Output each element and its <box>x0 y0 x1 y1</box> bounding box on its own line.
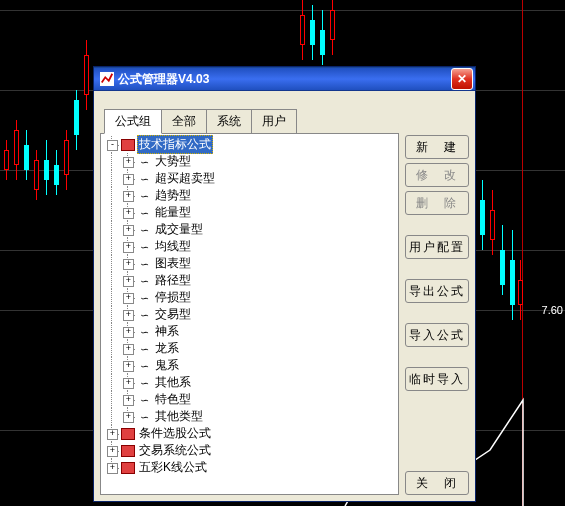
expand-icon[interactable]: + <box>123 208 134 219</box>
tree-row[interactable]: +∽大势型 <box>103 153 396 170</box>
expand-icon[interactable]: + <box>123 174 134 185</box>
tree-row[interactable]: +∽特色型 <box>103 391 396 408</box>
link-icon: ∽ <box>137 224 151 236</box>
category-icon <box>121 445 135 457</box>
tab-user[interactable]: 用户 <box>251 109 297 134</box>
tree-node-label[interactable]: 神系 <box>153 323 181 340</box>
tree-row[interactable]: +交易系统公式 <box>103 442 396 459</box>
tree-row[interactable]: +∽超买超卖型 <box>103 170 396 187</box>
tree-node-label[interactable]: 条件选股公式 <box>137 425 213 442</box>
link-icon: ∽ <box>137 360 151 372</box>
tree-node-label[interactable]: 均线型 <box>153 238 193 255</box>
tree-row[interactable]: +∽均线型 <box>103 238 396 255</box>
expand-icon[interactable]: + <box>123 242 134 253</box>
tree-node-label[interactable]: 路径型 <box>153 272 193 289</box>
link-icon: ∽ <box>137 275 151 287</box>
tab-formula-group[interactable]: 公式组 <box>104 109 162 134</box>
close-button[interactable]: 关 闭 <box>405 471 469 495</box>
link-icon: ∽ <box>137 309 151 321</box>
tree-node-label[interactable]: 鬼系 <box>153 357 181 374</box>
tree-node-label[interactable]: 五彩K线公式 <box>137 459 209 476</box>
tree-row[interactable]: +∽神系 <box>103 323 396 340</box>
category-icon <box>121 139 135 151</box>
category-icon <box>121 462 135 474</box>
expand-icon[interactable]: + <box>107 429 118 440</box>
modify-button[interactable]: 修 改 <box>405 163 469 187</box>
expand-icon[interactable]: + <box>107 463 118 474</box>
expand-icon[interactable]: + <box>123 225 134 236</box>
tab-all[interactable]: 全部 <box>161 109 207 134</box>
expand-icon[interactable]: + <box>123 157 134 168</box>
delete-button[interactable]: 删 除 <box>405 191 469 215</box>
link-icon: ∽ <box>137 343 151 355</box>
expand-icon[interactable]: + <box>123 395 134 406</box>
link-icon: ∽ <box>137 173 151 185</box>
tree-row[interactable]: +∽路径型 <box>103 272 396 289</box>
titlebar[interactable]: 公式管理器V4.03 ✕ <box>94 67 475 91</box>
tree-row[interactable]: +∽龙系 <box>103 340 396 357</box>
link-icon: ∽ <box>137 190 151 202</box>
tree-node-label[interactable]: 大势型 <box>153 153 193 170</box>
expand-icon[interactable]: + <box>123 276 134 287</box>
link-icon: ∽ <box>137 394 151 406</box>
expand-icon[interactable]: + <box>123 361 134 372</box>
tree-node-label[interactable]: 交易系统公式 <box>137 442 213 459</box>
expand-icon[interactable]: + <box>123 412 134 423</box>
tree-row[interactable]: +条件选股公式 <box>103 425 396 442</box>
link-icon: ∽ <box>137 326 151 338</box>
tree-row[interactable]: +∽其他系 <box>103 374 396 391</box>
expand-icon[interactable]: + <box>123 378 134 389</box>
import-button[interactable]: 导入公式 <box>405 323 469 347</box>
tree-row[interactable]: +∽图表型 <box>103 255 396 272</box>
tab-bar: 公式组 全部 系统 用户 <box>104 109 469 134</box>
tree-row[interactable]: +五彩K线公式 <box>103 459 396 476</box>
tree-node-label[interactable]: 超买超卖型 <box>153 170 217 187</box>
link-icon: ∽ <box>137 241 151 253</box>
tree-row[interactable]: +∽能量型 <box>103 204 396 221</box>
expand-icon[interactable]: + <box>123 327 134 338</box>
tree-node-label[interactable]: 技术指标公式 <box>137 135 213 154</box>
tree-row[interactable]: +∽成交量型 <box>103 221 396 238</box>
close-icon[interactable]: ✕ <box>451 68 473 90</box>
app-icon <box>100 72 114 86</box>
tree-row[interactable]: +∽停损型 <box>103 289 396 306</box>
expand-icon[interactable]: + <box>123 310 134 321</box>
temp-import-button[interactable]: 临时导入 <box>405 367 469 391</box>
tree-node-label[interactable]: 其他系 <box>153 374 193 391</box>
collapse-icon[interactable]: - <box>107 140 118 151</box>
link-icon: ∽ <box>137 292 151 304</box>
tree-node-label[interactable]: 龙系 <box>153 340 181 357</box>
tree-row[interactable]: +∽趋势型 <box>103 187 396 204</box>
expand-icon[interactable]: + <box>123 191 134 202</box>
formula-tree[interactable]: -技术指标公式+∽大势型+∽超买超卖型+∽趋势型+∽能量型+∽成交量型+∽均线型… <box>100 133 399 495</box>
tree-row[interactable]: +∽其他类型 <box>103 408 396 425</box>
tree-row[interactable]: +∽鬼系 <box>103 357 396 374</box>
tree-node-label[interactable]: 特色型 <box>153 391 193 408</box>
tree-node-label[interactable]: 交易型 <box>153 306 193 323</box>
link-icon: ∽ <box>137 377 151 389</box>
tree-node-label[interactable]: 趋势型 <box>153 187 193 204</box>
link-icon: ∽ <box>137 207 151 219</box>
dialog-title: 公式管理器V4.03 <box>118 71 451 88</box>
expand-icon[interactable]: + <box>123 259 134 270</box>
export-button[interactable]: 导出公式 <box>405 279 469 303</box>
tree-row[interactable]: +∽交易型 <box>103 306 396 323</box>
user-config-button[interactable]: 用户配置 <box>405 235 469 259</box>
link-icon: ∽ <box>137 156 151 168</box>
button-column: 新 建 修 改 删 除 用户配置 导出公式 导入公式 临时导入 关 闭 <box>405 133 469 495</box>
tab-system[interactable]: 系统 <box>206 109 252 134</box>
link-icon: ∽ <box>137 258 151 270</box>
tree-row[interactable]: -技术指标公式 <box>103 136 396 153</box>
tree-node-label[interactable]: 能量型 <box>153 204 193 221</box>
link-icon: ∽ <box>137 411 151 423</box>
tree-node-label[interactable]: 停损型 <box>153 289 193 306</box>
tree-node-label[interactable]: 其他类型 <box>153 408 205 425</box>
category-icon <box>121 428 135 440</box>
expand-icon[interactable]: + <box>123 344 134 355</box>
expand-icon[interactable]: + <box>107 446 118 457</box>
expand-icon[interactable]: + <box>123 293 134 304</box>
new-button[interactable]: 新 建 <box>405 135 469 159</box>
tree-node-label[interactable]: 图表型 <box>153 255 193 272</box>
formula-manager-dialog: 公式管理器V4.03 ✕ 公式组 全部 系统 用户 -技术指标公式+∽大势型+∽… <box>93 66 476 502</box>
tree-node-label[interactable]: 成交量型 <box>153 221 205 238</box>
